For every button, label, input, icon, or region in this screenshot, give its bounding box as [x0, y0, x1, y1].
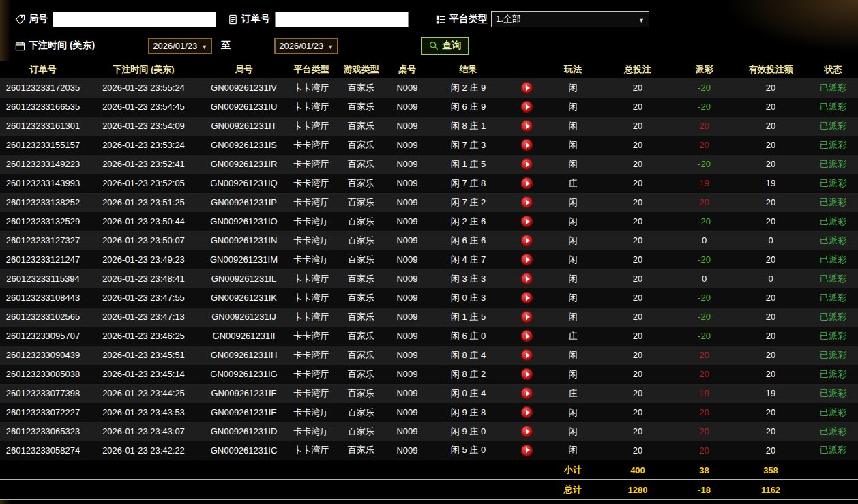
cell-total-bet: 20 — [600, 441, 675, 460]
cell-replay — [508, 231, 546, 250]
cell-total-bet: 20 — [600, 327, 675, 346]
replay-button[interactable] — [521, 387, 533, 399]
cell-platform: 卡卡湾厅 — [286, 346, 336, 365]
cell-round-id: GN009261231IG — [201, 365, 286, 384]
column-header-4: 游戏类型 — [336, 61, 386, 78]
cell-total-bet: 20 — [600, 288, 675, 308]
cell-total-bet: 20 — [600, 403, 675, 422]
column-header-7 — [508, 61, 546, 78]
date-from-picker[interactable]: 2026/01/23 — [148, 38, 212, 54]
cell-result: 闲 2 庄 6 — [428, 212, 508, 231]
order-no-label-group: 订单号 — [228, 13, 270, 25]
cell-table-no: N009 — [386, 98, 428, 117]
column-header-8: 玩法 — [546, 61, 600, 78]
cell-platform: 卡卡湾厅 — [286, 403, 336, 422]
cell-game-type: 百家乐 — [336, 422, 386, 441]
cell-bet-time: 2026-01-23 23:49:23 — [86, 250, 201, 269]
replay-button[interactable] — [521, 426, 533, 437]
bet-time-label-group: 下注时间 (美东) — [15, 40, 95, 52]
replay-button[interactable] — [521, 368, 533, 380]
cell-bet-time: 2026-01-23 23:45:51 — [86, 346, 201, 365]
replay-button[interactable] — [521, 445, 533, 456]
replay-button[interactable] — [521, 101, 533, 113]
play-icon — [526, 162, 530, 167]
cell-round-id: GN009261231IQ — [201, 174, 286, 193]
replay-button[interactable] — [521, 292, 533, 303]
cell-result: 闲 4 庄 7 — [428, 250, 508, 269]
cell-valid-bet: 20 — [733, 327, 808, 346]
platform-type-select[interactable]: 1.全部 — [491, 11, 649, 27]
round-no-input[interactable] — [53, 12, 216, 27]
cell-round-id: GN009261231IF — [201, 384, 286, 403]
cell-table-no: N009 — [386, 384, 428, 403]
table-row: 260123233143993 2026-01-23 23:52:05 GN00… — [0, 174, 858, 193]
replay-button[interactable] — [521, 311, 533, 323]
search-icon — [429, 41, 439, 50]
cell-platform: 卡卡湾厅 — [286, 212, 336, 231]
cell-order-id: 260123233143993 — [0, 174, 86, 193]
cell-platform: 卡卡湾厅 — [286, 174, 336, 193]
replay-button[interactable] — [521, 158, 533, 170]
cell-game-type: 百家乐 — [336, 403, 386, 422]
cell-table-no: N009 — [386, 250, 428, 269]
table-row: 260123233065323 2026-01-23 23:43:07 GN00… — [0, 422, 858, 441]
subtotal-row: 小计 400 38 358 — [0, 460, 858, 480]
cell-round-id: GN009261231IS — [201, 136, 286, 155]
cell-valid-bet: 19 — [733, 384, 808, 403]
cell-payout: 20 — [675, 403, 733, 422]
replay-button[interactable] — [521, 406, 533, 418]
replay-button[interactable] — [521, 177, 533, 189]
play-icon — [526, 181, 530, 186]
cell-bet-time: 2026-01-23 23:50:44 — [86, 212, 201, 231]
bet-time-label: 下注时间 (美东) — [29, 40, 95, 52]
cell-status: 已派彩 — [808, 250, 858, 269]
play-icon — [526, 257, 530, 263]
cell-table-no: N009 — [386, 174, 428, 193]
cell-game-type: 百家乐 — [336, 346, 386, 365]
cell-platform: 卡卡湾厅 — [286, 136, 336, 155]
cell-play-method: 闲 — [546, 441, 600, 460]
cell-status: 已派彩 — [808, 346, 858, 365]
platform-type-label-group: 平台类型 — [436, 13, 488, 25]
date-to-picker[interactable]: 2026/01/23 — [274, 38, 338, 54]
replay-button[interactable] — [521, 120, 533, 132]
replay-button[interactable] — [521, 82, 533, 93]
cell-platform: 卡卡湾厅 — [286, 269, 336, 288]
replay-button[interactable] — [521, 216, 533, 227]
grand-total-label: 总计 — [546, 480, 600, 500]
cell-result: 闲 6 庄 0 — [428, 327, 508, 346]
order-no-input[interactable] — [275, 12, 409, 27]
cell-bet-time: 2026-01-23 23:54:09 — [86, 117, 201, 136]
cell-table-no: N009 — [386, 288, 428, 308]
cell-order-id: 260123233102565 — [0, 308, 86, 327]
replay-button[interactable] — [521, 196, 533, 208]
table-row: 260123233166535 2026-01-23 23:54:45 GN00… — [0, 98, 858, 117]
cell-bet-time: 2026-01-23 23:43:53 — [86, 403, 201, 422]
cell-game-type: 百家乐 — [336, 174, 386, 193]
replay-button[interactable] — [521, 273, 533, 284]
play-icon — [526, 295, 530, 301]
cell-replay — [508, 193, 546, 212]
cell-round-id: GN009261231IN — [201, 231, 286, 250]
replay-button[interactable] — [521, 330, 533, 342]
replay-button[interactable] — [521, 235, 533, 246]
cell-replay — [508, 441, 546, 460]
replay-button[interactable] — [521, 139, 533, 151]
cell-bet-time: 2026-01-23 23:50:07 — [86, 231, 201, 250]
play-icon — [526, 276, 530, 282]
cell-result: 闲 7 庄 8 — [428, 174, 508, 193]
cell-game-type: 百家乐 — [336, 384, 386, 403]
replay-button[interactable] — [521, 349, 533, 361]
chevron-down-icon — [327, 41, 334, 51]
cell-replay — [508, 117, 546, 136]
query-button[interactable]: 查询 — [421, 37, 469, 55]
cell-payout: -20 — [675, 78, 733, 98]
play-icon — [526, 238, 530, 243]
table-row: 260123233090439 2026-01-23 23:45:51 GN00… — [0, 346, 858, 365]
cell-table-no: N009 — [386, 269, 428, 288]
cell-table-no: N009 — [386, 327, 428, 346]
replay-button[interactable] — [521, 254, 533, 265]
cell-table-no: N009 — [386, 441, 428, 460]
cell-order-id: 260123233077398 — [0, 384, 86, 403]
cell-replay — [508, 212, 546, 231]
